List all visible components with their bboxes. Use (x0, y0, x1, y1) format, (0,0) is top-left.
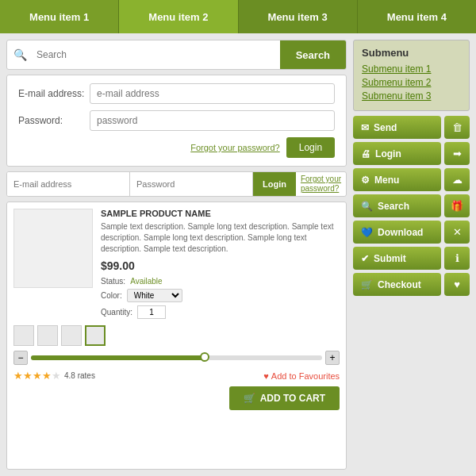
slider-minus-button[interactable]: − (13, 351, 28, 365)
trash-icon: 🗑 (452, 121, 463, 133)
rating-row: ★★★★★ 4.8 rates ♥ Add to Favourites (13, 370, 340, 382)
email-label: E-mail address: (18, 88, 90, 99)
status-label: Status: (101, 277, 125, 286)
nav-item-3[interactable]: Menu item 3 (239, 0, 358, 33)
checkout-button[interactable]: 🛒 Checkout (353, 273, 441, 296)
inline-email-input[interactable] (7, 172, 130, 196)
info-icon: ℹ (455, 252, 459, 264)
gear-icon: ⚙ (361, 175, 370, 186)
form-actions: Forgot your password? Login (18, 137, 335, 158)
login-button[interactable]: Login (286, 137, 335, 158)
slider-fill (31, 355, 205, 360)
login-action-button[interactable]: 🖨 Login (353, 142, 441, 165)
arrow-right-button[interactable]: ➡ (444, 142, 470, 165)
product-name: SAMPLE PRODUCT NAME (101, 209, 340, 218)
submenu-item-3[interactable]: Submenu item 3 (362, 90, 461, 102)
heart-btn-icon: ♥ (454, 278, 460, 290)
right-panel: Submenu Submenu item 1 Submenu item 2 Su… (353, 40, 470, 470)
main-layout: 🔍 Search E-mail address: Password: Forgo… (0, 33, 476, 476)
product-info: SAMPLE PRODUCT NAME Sample text descript… (101, 209, 340, 322)
nav-item-4[interactable]: Menu item 4 (358, 0, 476, 33)
color-row: Color: White Black Red Blue (101, 289, 340, 302)
quantity-input[interactable] (137, 305, 166, 319)
cloud-button[interactable]: ☁ (444, 168, 470, 191)
search-button[interactable]: Search (280, 40, 346, 69)
check-icon: ✔ (361, 253, 369, 264)
forgot-password-link[interactable]: Forgot your password? (190, 143, 280, 152)
top-nav: Menu item 1 Menu item 2 Menu item 3 Menu… (0, 0, 476, 33)
product-description: Sample text description. Sample long tex… (101, 221, 340, 255)
star-rating: ★★★★★ (13, 370, 61, 382)
product-image (13, 209, 93, 288)
heart-icon: ♥ (263, 371, 269, 381)
product-meta: Status: Available Color: White Black Red… (101, 277, 340, 319)
nav-item-1[interactable]: Menu item 1 (0, 0, 119, 33)
info-button[interactable]: ℹ (444, 247, 470, 270)
nav-item-2[interactable]: Menu item 2 (119, 0, 238, 33)
arrow-right-icon: ➡ (453, 148, 462, 159)
inline-forgot-link[interactable]: Forgot yourpassword? (296, 175, 346, 194)
gift-button[interactable]: 🎁 (444, 194, 470, 217)
close-button[interactable]: ✕ (444, 221, 470, 244)
thumbnail-2[interactable] (37, 325, 58, 346)
thumbnail-1[interactable] (13, 325, 34, 346)
submenu-item-2[interactable]: Submenu item 2 (362, 77, 461, 88)
submenu-title: Submenu (362, 47, 461, 59)
slider-plus-button[interactable]: + (325, 351, 340, 365)
send-icon: ✉ (361, 122, 369, 133)
thumbnail-4[interactable] (85, 325, 106, 346)
download-icon: 💙 (361, 227, 373, 238)
download-button[interactable]: 💙 Download (353, 221, 441, 244)
product-price: $99.00 (101, 259, 340, 272)
slider-track[interactable] (31, 355, 322, 360)
password-field[interactable] (90, 110, 335, 131)
slider-row: − + (13, 351, 340, 365)
gift-icon: 🎁 (451, 200, 463, 212)
email-field[interactable] (90, 83, 335, 104)
close-icon: ✕ (453, 226, 462, 238)
rating-text: 4.8 rates (64, 371, 95, 380)
password-label: Password: (18, 115, 90, 126)
search-action-icon: 🔍 (361, 201, 373, 212)
product-top: SAMPLE PRODUCT NAME Sample text descript… (13, 209, 340, 322)
inline-login-bar: Login Forgot yourpassword? (6, 171, 347, 197)
status-value: Available (130, 277, 162, 286)
quantity-row: Quantity: (101, 305, 340, 319)
cloud-icon: ☁ (452, 174, 463, 186)
submenu-box: Submenu Submenu item 1 Submenu item 2 Su… (353, 40, 470, 111)
submit-button[interactable]: ✔ Submit (353, 247, 441, 270)
inline-login-button[interactable]: Login (253, 172, 296, 196)
menu-button[interactable]: ⚙ Menu (353, 168, 441, 191)
thumbnail-3[interactable] (61, 325, 82, 346)
email-row: E-mail address: (18, 83, 335, 104)
quantity-label: Quantity: (101, 308, 132, 317)
submenu-item-1[interactable]: Submenu item 1 (362, 63, 461, 75)
search-input[interactable] (33, 40, 280, 69)
send-button[interactable]: ✉ Send (353, 116, 441, 139)
slider-thumb[interactable] (200, 352, 209, 362)
inline-password-input[interactable] (130, 172, 253, 196)
product-card: SAMPLE PRODUCT NAME Sample text descript… (6, 202, 347, 470)
search-bar: 🔍 Search (6, 40, 347, 70)
search-action-button[interactable]: 🔍 Search (353, 194, 441, 217)
heart-button[interactable]: ♥ (444, 273, 470, 296)
add-to-favourites-link[interactable]: ♥ Add to Favourites (263, 371, 340, 381)
search-icon: 🔍 (7, 40, 33, 69)
checkout-icon: 🛒 (361, 279, 373, 290)
left-panel: 🔍 Search E-mail address: Password: Forgo… (6, 40, 347, 470)
color-label: Color: (101, 291, 122, 300)
bottom-row: 🛒 ADD TO CART (13, 386, 340, 410)
login-form: E-mail address: Password: Forgot your pa… (6, 75, 347, 167)
cart-icon: 🛒 (244, 393, 255, 404)
delete-button[interactable]: 🗑 (444, 116, 470, 139)
status-row: Status: Available (101, 277, 340, 286)
printer-icon: 🖨 (361, 148, 370, 159)
add-to-cart-button[interactable]: 🛒 ADD TO CART (229, 386, 340, 410)
password-row: Password: (18, 110, 335, 131)
color-select[interactable]: White Black Red Blue (127, 289, 182, 302)
action-buttons-grid: ✉ Send 🗑 🖨 Login ➡ ⚙ Menu ☁ (353, 116, 470, 296)
thumbnail-list (13, 325, 340, 346)
